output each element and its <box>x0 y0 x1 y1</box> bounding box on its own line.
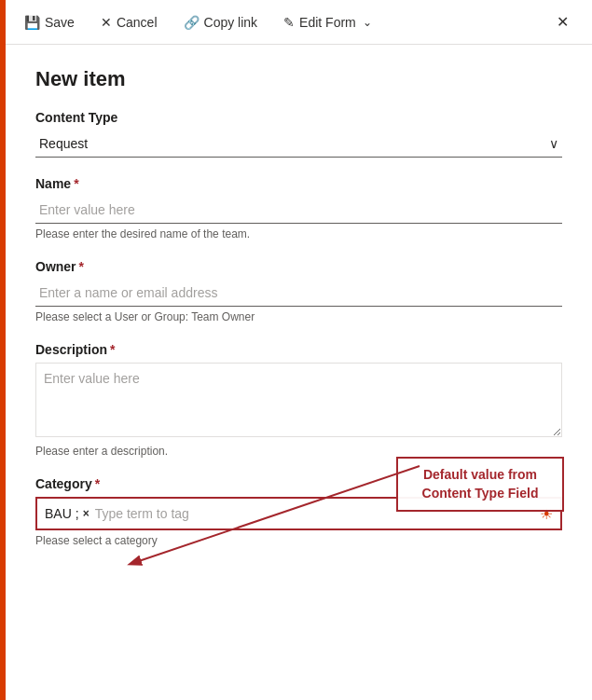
annotation-container: Default value from Content Type Field <box>396 457 564 512</box>
tag-separator: ; <box>76 506 79 521</box>
edit-icon: ✎ <box>283 15 295 30</box>
description-label: Description * <box>35 342 562 357</box>
name-field-section: Name * Please enter the desired name of … <box>35 176 562 240</box>
content-type-label: Content Type <box>35 110 562 125</box>
page-title: New item <box>35 67 562 91</box>
cancel-label: Cancel <box>117 15 158 30</box>
save-button[interactable]: 💾 Save <box>15 9 84 35</box>
edit-form-label: Edit Form <box>299 15 356 30</box>
dropdown-chevron-icon: ∨ <box>549 136 558 151</box>
owner-label: Owner * <box>35 259 562 274</box>
category-tag-bau: BAU ; × <box>45 506 89 521</box>
description-textarea[interactable] <box>35 363 562 437</box>
annotation-text: Default value from Content Type Field <box>409 466 551 502</box>
category-hint: Please select a category <box>35 534 562 547</box>
close-button[interactable]: ✕ <box>547 7 577 37</box>
cancel-button[interactable]: ✕ Cancel <box>91 9 167 35</box>
save-icon: 💾 <box>24 15 40 30</box>
owner-input[interactable] <box>35 280 562 307</box>
description-field-section: Description * Please enter a description… <box>35 342 562 458</box>
name-hint: Please enter the desired name of the tea… <box>35 227 562 240</box>
annotation-box: Default value from Content Type Field <box>396 457 564 512</box>
owner-hint: Please select a User or Group: Team Owne… <box>35 310 562 323</box>
description-hint: Please enter a description. <box>35 445 562 458</box>
owner-field-section: Owner * Please select a User or Group: T… <box>35 259 562 323</box>
description-required-star: * <box>110 342 115 357</box>
chevron-down-icon: ⌄ <box>363 16 372 29</box>
content-type-section: Content Type Request ∨ <box>35 110 562 158</box>
accent-bar <box>0 0 6 700</box>
save-label: Save <box>45 15 75 30</box>
main-content: New item Content Type Request ∨ Name * P… <box>6 45 592 700</box>
owner-required-star: * <box>79 259 84 274</box>
name-label: Name * <box>35 176 562 191</box>
category-required-star: * <box>95 476 100 491</box>
close-icon: ✕ <box>557 13 569 31</box>
tag-remove-button[interactable]: × <box>83 507 89 520</box>
cancel-icon: ✕ <box>101 15 112 30</box>
content-type-dropdown[interactable]: Request ∨ <box>35 130 562 158</box>
copy-link-button[interactable]: 🔗 Copy link <box>174 9 268 35</box>
toolbar: 💾 Save ✕ Cancel 🔗 Copy link ✎ Edit Form … <box>0 0 592 45</box>
content-type-value: Request <box>39 136 88 151</box>
tag-value: BAU <box>45 506 72 521</box>
copy-link-label: Copy link <box>204 15 258 30</box>
edit-form-button[interactable]: ✎ Edit Form ⌄ <box>274 9 381 35</box>
name-required-star: * <box>74 176 78 191</box>
name-input[interactable] <box>35 197 562 224</box>
copy-link-icon: 🔗 <box>184 15 200 30</box>
